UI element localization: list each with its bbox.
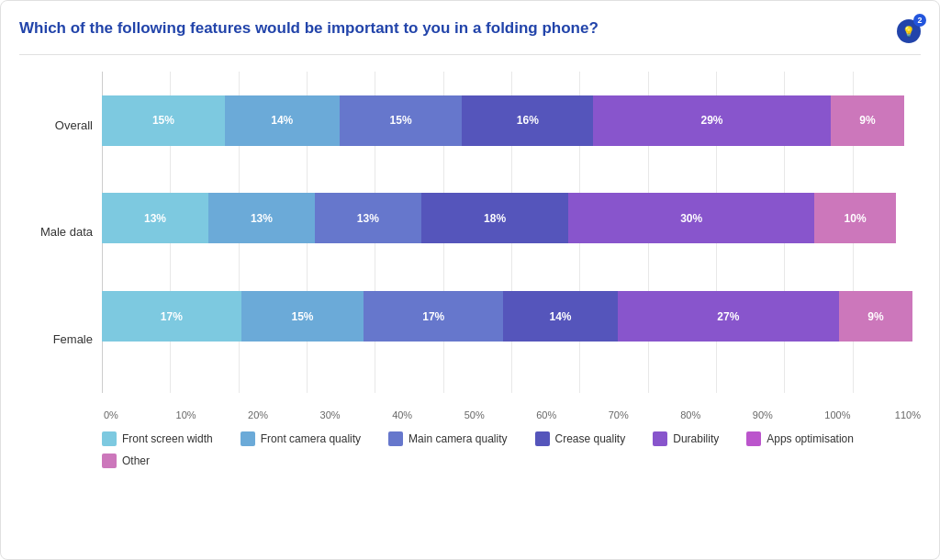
bar-segment: 29% [593, 95, 831, 146]
chart-container: Which of the following features would be… [0, 0, 940, 560]
bar-segment: 15% [241, 291, 364, 342]
bar-segment: 27% [618, 291, 839, 342]
legend-swatch [388, 431, 403, 446]
legend-item: Durability [653, 431, 719, 446]
legend-label: Other [122, 454, 150, 467]
chart-header: Which of the following features would be… [19, 19, 921, 55]
x-tick: 60% [534, 409, 607, 420]
x-tick: 110% [895, 409, 921, 420]
bar-segment: 14% [225, 95, 340, 146]
legend-label: Main camera quality [408, 432, 507, 445]
x-tick: 40% [390, 409, 463, 420]
legend-label: Durability [673, 432, 719, 445]
legend-item: Main camera quality [388, 431, 507, 446]
chart-area: OverallMale dataFemale 15%14%15%16%29%9%… [19, 72, 921, 420]
x-tick: 70% [607, 409, 679, 420]
legend-swatch [102, 431, 117, 446]
legend-label: Apps optimisation [767, 432, 854, 445]
bar-segment: 10% [814, 193, 896, 243]
bar-segment: 14% [503, 291, 618, 342]
bar-segment: 18% [421, 193, 569, 243]
x-tick: 0% [102, 409, 174, 420]
legend-swatch [653, 431, 667, 446]
legend-label: Crease quality [555, 432, 626, 445]
y-label: Female [19, 332, 93, 346]
bar-row: 15%14%15%16%29%9% [102, 95, 921, 146]
bar-segment: 13% [315, 193, 421, 243]
bar-segment: 15% [340, 95, 463, 146]
legend-item: Other [102, 454, 150, 468]
y-label: Male data [19, 225, 93, 239]
bar-segment: 13% [102, 193, 208, 243]
x-tick: 80% [678, 409, 751, 420]
bar-segment: 17% [364, 291, 503, 342]
x-tick: 90% [751, 409, 823, 420]
y-label: Overall [19, 118, 93, 132]
x-tick: 20% [246, 409, 319, 420]
info-badge: 2 [913, 14, 926, 27]
legend-swatch [535, 431, 550, 446]
bar-row: 17%15%17%14%27%9% [102, 291, 921, 342]
x-tick: 10% [174, 409, 247, 420]
legend: Front screen widthFront camera qualityMa… [19, 431, 921, 468]
bars-wrapper: 15%14%15%16%29%9%13%13%13%18%30%10%17%15… [102, 72, 921, 393]
legend-item: Apps optimisation [746, 431, 854, 446]
bar-segment: 17% [102, 291, 241, 342]
bar-segment: 30% [568, 193, 814, 243]
chart-title: Which of the following features would be… [19, 19, 599, 38]
bar-segment: 15% [102, 95, 225, 146]
legend-swatch [746, 431, 761, 446]
legend-item: Front camera quality [241, 431, 361, 446]
x-axis: 0%10%20%30%40%50%60%70%80%90%100%110% [102, 393, 921, 420]
bar-segment: 13% [208, 193, 315, 243]
legend-swatch [102, 454, 117, 468]
bar-segment: 9% [831, 95, 904, 146]
bar-row: 13%13%13%18%30%10% [102, 193, 921, 243]
legend-item: Front screen width [102, 431, 213, 446]
x-tick: 50% [463, 409, 535, 420]
bars-and-grid: 15%14%15%16%29%9%13%13%13%18%30%10%17%15… [102, 72, 921, 420]
legend-item: Crease quality [535, 431, 626, 446]
x-tick: 30% [319, 409, 391, 420]
legend-label: Front screen width [122, 432, 213, 445]
y-labels: OverallMale dataFemale [19, 72, 102, 420]
info-icon[interactable]: 💡 2 [897, 19, 921, 43]
legend-swatch [241, 431, 255, 446]
bar-segment: 16% [462, 95, 593, 146]
legend-label: Front camera quality [261, 432, 361, 445]
bar-segment: 9% [839, 291, 912, 342]
x-tick: 100% [822, 409, 895, 420]
